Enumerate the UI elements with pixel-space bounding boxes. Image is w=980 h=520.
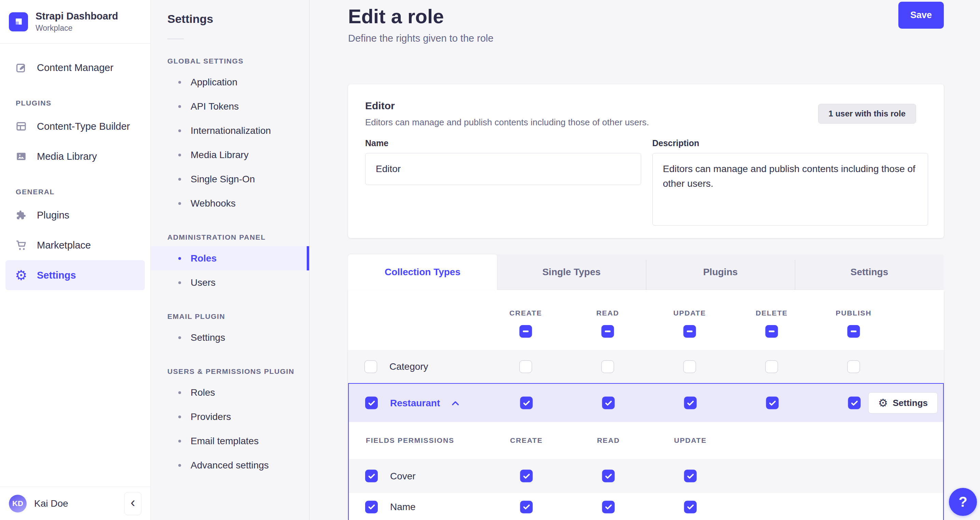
subnav-item-application[interactable]: Application [151,70,309,94]
subnav-item-label: Advanced settings [191,460,269,471]
subnav-item-up-providers[interactable]: Providers [151,405,309,429]
bullet-icon [178,202,181,205]
restaurant-update-checkbox[interactable] [684,397,697,409]
name-read-checkbox[interactable] [602,501,615,513]
description-textarea[interactable]: Editors can manage and publish contents … [652,153,928,226]
restaurant-create-checkbox[interactable] [520,397,533,409]
subnav-item-api-tokens[interactable]: API Tokens [151,94,309,118]
strapi-admin-screen: Strapi Dashboard Workplace Content Manag… [0,0,980,520]
select-all-create-checkbox[interactable] [520,325,532,338]
column-header-create: CREATE [509,309,542,317]
sidebar-item-content-manager[interactable]: Content Manager [5,52,145,83]
restaurant-expanded-panel: Restaurant ⚙ Settings FIELDS PERMISSIONS… [348,383,944,520]
subnav-item-label: Application [191,77,237,88]
permission-row-category: Category [348,350,944,383]
collapse-sidebar-button[interactable]: ‹ [124,492,142,515]
select-all-publish-checkbox[interactable] [848,325,860,338]
user-row: KD Kai Doe ‹ [0,487,150,520]
subnav-item-label: Roles [191,253,216,264]
fields-permissions-title: FIELDS PERMISSIONS [366,436,454,445]
bullet-icon [178,154,181,156]
fields-column-update: UPDATE [674,436,707,445]
save-button[interactable]: Save [898,2,944,29]
row-label: Category [390,361,428,372]
help-button[interactable]: ? [949,488,977,516]
restaurant-delete-checkbox[interactable] [766,397,779,409]
workspace-switcher[interactable]: Strapi Dashboard Workplace [0,0,150,44]
category-publish-checkbox[interactable] [848,360,860,373]
sidebar-item-plugins[interactable]: Plugins [5,200,145,230]
sidebar-item-content-type-builder[interactable]: Content-Type Builder [5,111,145,142]
settings-subnav: Settings GLOBAL SETTINGS Application API… [151,0,309,520]
restaurant-settings-button[interactable]: ⚙ Settings [868,392,938,413]
content-manager-icon [15,62,27,74]
cover-row-checkbox[interactable] [365,470,378,482]
tab-collection-types[interactable]: Collection Types [348,254,497,290]
field-row-name: Name [349,493,943,520]
sidebar-item-media-library[interactable]: Media Library [5,142,145,172]
select-all-delete-checkbox[interactable] [765,325,778,338]
avatar: KD [9,495,27,512]
name-input[interactable] [365,153,641,185]
category-delete-checkbox[interactable] [765,360,778,373]
sidebar-item-label: Marketplace [37,240,91,251]
select-all-read-checkbox[interactable] [601,325,614,338]
chevron-up-icon[interactable] [450,398,460,408]
user-name: Kai Doe [34,498,68,509]
restaurant-read-checkbox[interactable] [602,397,615,409]
category-row-checkbox[interactable] [364,360,377,373]
app-nav: Content Manager PLUGINS Content-Type Bui… [0,44,150,487]
cover-create-checkbox[interactable] [520,470,533,482]
subnav-item-media-library[interactable]: Media Library [151,143,309,167]
subnav-item-label: Providers [191,412,231,422]
sidebar-item-settings[interactable]: ⚙ Settings [5,260,145,290]
category-read-checkbox[interactable] [601,360,614,373]
sidebar-section-plugins: PLUGINS [16,99,140,107]
users-with-role-button[interactable]: 1 user with this role [818,104,916,124]
subnav-item-label: Media Library [191,149,249,161]
cover-read-checkbox[interactable] [602,470,615,482]
name-row-checkbox[interactable] [365,501,378,513]
media-library-icon [15,150,27,162]
bullet-icon [178,81,181,84]
gear-icon: ⚙ [878,398,888,408]
restaurant-publish-checkbox[interactable] [848,397,861,409]
subnav-item-admin-users[interactable]: Users [151,270,309,295]
tab-settings[interactable]: Settings [795,254,944,290]
subnav-section-label: GLOBAL SETTINGS [167,57,309,65]
name-create-checkbox[interactable] [520,501,533,513]
bullet-icon [178,415,181,418]
settings-subnav-title: Settings [167,12,309,25]
tab-single-types[interactable]: Single Types [497,254,646,290]
subnav-item-single-sign-on[interactable]: Single Sign-On [151,167,309,191]
subnav-item-label: Single Sign-On [191,174,255,185]
workspace-subtitle: Workplace [35,24,118,33]
cart-icon [15,239,27,251]
subnav-section-label: ADMINISTRATION PANEL [167,233,309,242]
subnav-item-up-advanced-settings[interactable]: Advanced settings [151,453,309,477]
subnav-item-email-settings[interactable]: Settings [151,325,309,350]
restaurant-row-checkbox[interactable] [365,397,378,409]
name-field-label: Name [365,138,641,148]
category-update-checkbox[interactable] [684,360,696,373]
category-create-checkbox[interactable] [520,360,532,373]
subnav-item-up-email-templates[interactable]: Email templates [151,429,309,453]
subnav-item-label: Internationalization [191,125,271,136]
gear-icon: ⚙ [15,269,27,281]
name-update-checkbox[interactable] [684,501,697,513]
subnav-section-global-settings: GLOBAL SETTINGS Application API Tokens I… [151,57,309,215]
sidebar-item-marketplace[interactable]: Marketplace [5,230,145,260]
tab-plugins[interactable]: Plugins [646,254,795,290]
subnav-item-up-roles[interactable]: Roles [151,380,309,405]
select-all-update-checkbox[interactable] [684,325,696,338]
page-title: Edit a role [348,5,444,28]
subnav-item-admin-roles[interactable]: Roles [151,246,309,270]
subnav-item-webhooks[interactable]: Webhooks [151,191,309,215]
bullet-icon [178,257,181,260]
subnav-item-label: Users [191,277,216,288]
cover-update-checkbox[interactable] [684,470,697,482]
role-form: Name Description Editors can manage and … [365,138,928,227]
subnav-item-internationalization[interactable]: Internationalization [151,118,309,143]
fields-column-read: READ [597,436,620,445]
subnav-section-users-permissions-plugin: USERS & PERMISSIONS PLUGIN Roles Provide… [151,367,309,477]
